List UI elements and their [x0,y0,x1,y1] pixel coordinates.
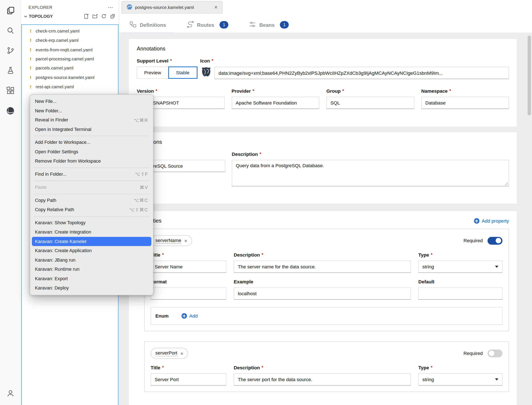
property-card-serverPort: serverPort × Required Title [144,341,509,392]
file-row-parcels[interactable]: ! parcels.camel.yaml [22,64,118,73]
menu-item-karavan-show-topology[interactable]: Karavan: Show Topology [32,218,151,227]
enum-add-button[interactable]: Add [182,313,198,319]
add-property-button[interactable]: Add property [474,218,509,224]
menu-item-open-in-terminal[interactable]: Open in Integrated Terminal [32,125,151,134]
menu-item-karavan-runtime-run[interactable]: Karavan: Runtime run [32,265,151,274]
close-icon[interactable]: × [214,4,218,10]
file-row-postgres-source[interactable]: ! postgres-source.kamelet.yaml [22,73,118,82]
property-title-input[interactable] [151,373,226,385]
preview-option-button[interactable]: Preview [137,67,169,79]
menu-item-open-folder-settings[interactable]: Open Folder Settings [32,147,151,156]
menu-item-karavan-export[interactable]: Karavan: Export [32,274,151,283]
stable-option-button[interactable]: Stable [168,67,197,79]
menu-item-reveal-in-finder[interactable]: Reveal in Finder⌥⌘R [32,115,151,125]
menu-item-karavan-deploy[interactable]: Karavan: Deploy [32,283,151,293]
menu-item-copy-path[interactable]: Copy Path⌥⌘C [32,196,151,205]
format-label: Format [151,279,226,284]
shortcut: ⌥⇧F [135,171,148,177]
refresh-icon[interactable] [101,14,107,19]
tab-definitions[interactable]: Definitions [121,16,174,34]
type-select[interactable]: string [418,261,503,273]
more-actions-icon[interactable]: ⋯ [108,4,113,11]
file-row-check-erp[interactable]: ! check-erp.camel.yaml [22,36,118,45]
scrollbar-thumb[interactable] [528,36,531,115]
warning-badge: ! [30,75,35,80]
remove-icon[interactable]: × [180,350,183,356]
tab-bar: postgres-source.kamelet.yaml × [119,0,532,16]
postgresql-icon [200,67,212,79]
property-name-chip[interactable]: serverPort × [151,348,188,358]
menu-item-paste: Paste⌘V [32,183,151,192]
menu-item-karavan-create-application[interactable]: Karavan: Create Application [32,246,151,255]
file-row-parcel-processing[interactable]: ! parcel-processing.camel.yaml [22,54,118,64]
property-format-input[interactable] [151,287,226,300]
section-actions [83,14,115,19]
menu-item-remove-folder-from-workspace[interactable]: Remove Folder from Workspace [32,156,151,166]
menu-item-copy-relative-path[interactable]: Copy Relative Path⌥⇧⌘C [32,205,151,214]
warning-badge: ! [30,84,35,89]
file-row-rest-api[interactable]: ! rest-api.camel.yaml [22,82,118,91]
file-row-check-crm[interactable]: ! check-crm.camel.yaml [22,26,118,36]
editor-toolbar: Definitions Routes 1 Beans 1 [119,16,532,34]
icon-input[interactable]: data:image/svg+xml;base64,PHN2ZyByb2xlPS… [215,67,509,79]
section-title: TOPOLOGY [29,14,53,19]
required-toggle[interactable] [487,237,502,244]
property-name: serverName [155,237,181,244]
collapse-all-icon[interactable] [110,14,115,19]
icon-label: Icon [200,58,509,64]
warning-badge: ! [30,38,35,43]
tab-postgres-source-kamelet[interactable]: postgres-source.kamelet.yaml × [121,1,222,14]
support-level-label: Support Level [137,58,200,64]
menu-item-new-file[interactable]: New File... [32,97,151,106]
file-row-events-from-mqtt[interactable]: ! events-from-mqtt.camel.yaml [22,45,118,54]
menu-item-add-folder-to-workspace[interactable]: Add Folder to Workspace... [32,138,151,147]
property-name-chip[interactable]: serverName × [151,235,192,246]
source-control-icon[interactable] [3,43,18,58]
namespace-input[interactable] [421,97,509,109]
remove-icon[interactable]: × [184,238,187,243]
property-title-input[interactable] [151,261,226,273]
file-name: events-from-mqtt.camel.yaml [36,47,93,52]
required-toggle[interactable] [487,350,502,357]
menu-item-karavan-create-kamelet[interactable]: Karavan: Create Kamelet [32,237,151,246]
group-input[interactable] [326,97,414,109]
file-name: rest-api.camel.yaml [36,84,74,89]
test-beaker-icon[interactable] [3,63,18,78]
menu-item-find-in-folder[interactable]: Find in Folder...⌥⇧F [32,169,151,179]
extensions-icon[interactable] [3,83,18,98]
search-icon[interactable] [3,23,18,38]
property-name: serverPort [155,350,177,357]
property-description-input[interactable] [234,261,411,273]
support-level-toggle-group: Preview Stable [137,67,200,79]
menu-separator [34,194,150,194]
menu-item-new-folder[interactable]: New Folder... [32,106,151,115]
topology-section-header[interactable]: TOPOLOGY [21,12,119,21]
menu-item-karavan-jbang-run[interactable]: Karavan: JBang run [32,255,151,265]
description-label: Description [234,252,411,258]
beans-count-badge: 1 [280,21,289,28]
new-file-icon[interactable] [83,14,89,19]
account-icon[interactable] [3,385,18,401]
new-folder-icon[interactable] [92,14,98,19]
type-label: Type [418,252,503,258]
menu-separator [34,216,150,216]
tab-routes[interactable]: Routes 1 [179,16,236,34]
property-default-input[interactable] [418,287,503,300]
tab-beans[interactable]: Beans 1 [241,16,297,34]
title-label: Title [151,252,226,258]
property-example-input[interactable] [234,287,411,300]
property-description-input[interactable] [234,373,411,385]
shortcut: ⌘V [140,185,148,190]
explorer-icon[interactable] [3,3,18,18]
kamelet-form: Annotations Support Level Preview Stable… [119,33,532,405]
tab-label: Beans [259,22,275,28]
provider-input[interactable] [232,97,319,109]
type-select[interactable]: string [418,373,503,385]
explorer-title: EXPLORER [28,5,52,9]
karavan-icon[interactable] [3,103,18,118]
editor-area: postgres-source.kamelet.yaml × Definitio… [119,0,532,405]
warning-badge: ! [30,56,35,61]
context-menu: New File... New Folder... Reveal in Find… [30,94,153,295]
menu-item-karavan-create-integration[interactable]: Karavan: Create Integration [32,227,151,237]
kamelet-description-textarea[interactable]: Query data from a PostgreSQL Database. [232,160,509,186]
